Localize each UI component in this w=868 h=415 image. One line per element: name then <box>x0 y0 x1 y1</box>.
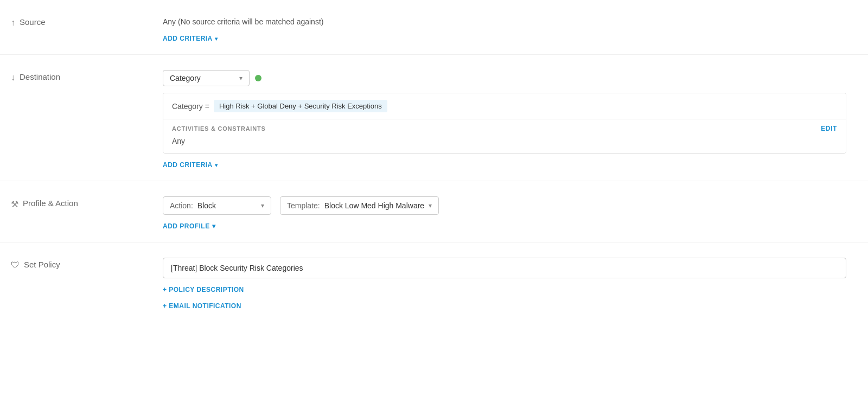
destination-category-value: Category <box>170 74 201 82</box>
destination-activities-label: ACTIVITIES & CONSTRAINTS <box>172 125 266 132</box>
destination-icon: ↓ <box>11 73 15 82</box>
profile-action-label-text: Profile & Action <box>23 199 78 208</box>
destination-dropdown-chevron-icon: ▾ <box>239 74 242 82</box>
email-notification-label: + EMAIL NOTIFICATION <box>163 302 241 310</box>
action-dropdown[interactable]: Action: Block ▾ <box>163 196 271 215</box>
destination-add-criteria-button[interactable]: ADD CRITERIA ▾ <box>163 160 846 170</box>
set-policy-label: 🛡 Set Policy <box>11 258 163 311</box>
policy-description-button[interactable]: + POLICY DESCRIPTION <box>163 285 846 295</box>
destination-label: ↓ Destination <box>11 70 163 170</box>
set-policy-section: 🛡 Set Policy + POLICY DESCRIPTION + EMAI… <box>0 242 868 322</box>
source-label: ↑ Source <box>11 15 163 43</box>
profile-action-section: ⚒ Profile & Action Action: Block ▾ Templ… <box>0 181 868 242</box>
destination-add-criteria-chevron-icon: ▾ <box>215 162 218 168</box>
destination-section: ↓ Destination Category ▾ Category = High… <box>0 55 868 181</box>
policy-description-label: + POLICY DESCRIPTION <box>163 286 244 293</box>
source-label-text: Source <box>20 17 46 27</box>
template-dropdown-prefix: Template: <box>287 201 320 210</box>
profile-action-icon: ⚒ <box>11 199 18 209</box>
email-notification-button[interactable]: + EMAIL NOTIFICATION <box>163 301 846 311</box>
destination-label-text: Destination <box>20 72 60 81</box>
source-add-criteria-button[interactable]: ADD CRITERIA ▾ <box>163 34 846 43</box>
destination-criteria-card: Category = High Risk + Global Deny + Sec… <box>163 93 846 154</box>
source-description: Any (No source criteria will be matched … <box>163 15 846 26</box>
set-policy-content: + POLICY DESCRIPTION + EMAIL NOTIFICATIO… <box>163 258 846 311</box>
action-dropdown-chevron-icon: ▾ <box>261 202 264 209</box>
action-dropdown-value: Block <box>197 201 216 210</box>
destination-status-dot <box>255 75 261 81</box>
destination-category-dropdown[interactable]: Category ▾ <box>163 70 250 86</box>
source-section: ↑ Source Any (No source criteria will be… <box>0 0 868 55</box>
add-profile-label: ADD PROFILE <box>163 222 210 230</box>
template-dropdown-chevron-icon: ▾ <box>429 202 432 209</box>
add-profile-chevron-icon: ▾ <box>212 222 215 230</box>
set-policy-icon: 🛡 <box>11 260 20 270</box>
profile-action-content: Action: Block ▾ Template: Block Low Med … <box>163 196 846 231</box>
source-add-criteria-chevron-icon: ▾ <box>215 36 218 42</box>
source-add-criteria-label: ADD CRITERIA <box>163 35 213 42</box>
destination-dropdown-row: Category ▾ <box>163 70 846 86</box>
add-profile-button[interactable]: ADD PROFILE ▾ <box>163 221 846 231</box>
destination-criteria-label: Category = <box>172 102 209 111</box>
set-policy-label-text: Set Policy <box>24 260 60 269</box>
template-dropdown[interactable]: Template: Block Low Med High Malware ▾ <box>280 196 439 215</box>
template-dropdown-value: Block Low Med High Malware <box>324 201 424 210</box>
destination-add-criteria-label: ADD CRITERIA <box>163 161 213 169</box>
destination-activities-edit-button[interactable]: EDIT <box>821 125 837 132</box>
destination-criteria-value-tag: High Risk + Global Deny + Security Risk … <box>214 100 387 112</box>
destination-activities-value: Any <box>172 137 837 145</box>
destination-content: Category ▾ Category = High Risk + Global… <box>163 70 846 170</box>
action-dropdown-prefix: Action: <box>170 201 193 210</box>
source-icon: ↑ <box>11 18 15 28</box>
set-policy-input[interactable] <box>163 258 846 278</box>
source-content: Any (No source criteria will be matched … <box>163 15 846 43</box>
profile-action-label: ⚒ Profile & Action <box>11 196 163 231</box>
destination-activities-section: ACTIVITIES & CONSTRAINTS EDIT Any <box>163 119 846 153</box>
destination-criteria-top: Category = High Risk + Global Deny + Sec… <box>163 93 846 119</box>
destination-activities-header: ACTIVITIES & CONSTRAINTS EDIT <box>172 125 837 132</box>
profile-action-row: Action: Block ▾ Template: Block Low Med … <box>163 196 846 215</box>
